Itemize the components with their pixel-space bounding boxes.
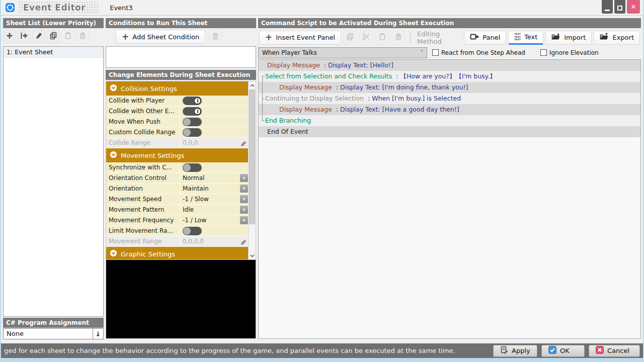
script-line-value: : 【How are you?】【I'm busy.】 bbox=[396, 72, 496, 80]
toggle-switch-off[interactable] bbox=[183, 128, 202, 137]
property-label: Move When Push bbox=[106, 117, 180, 127]
maximize-button[interactable] bbox=[614, 0, 625, 14]
apply-label: Apply bbox=[512, 347, 530, 354]
edit-icon bbox=[35, 32, 43, 42]
add-sheet-condition-button[interactable]: + Add Sheet Condition bbox=[116, 30, 205, 44]
sheet-list: 1: Event Sheet bbox=[3, 46, 104, 317]
import-button[interactable]: Import bbox=[545, 31, 592, 45]
script-line[interactable]: End Of Event bbox=[259, 126, 640, 137]
import-label: Import bbox=[564, 34, 586, 41]
apply-button[interactable]: Apply bbox=[493, 345, 537, 357]
toggle-knob bbox=[194, 97, 201, 105]
paste-button[interactable] bbox=[375, 31, 389, 45]
insert-event-panel-button[interactable]: + Insert Event Panel bbox=[259, 31, 341, 45]
script-line[interactable]: Display Message: Display Text: [I'm doin… bbox=[259, 82, 640, 93]
ignore-elevation-checkbox[interactable]: Ignore Elevation bbox=[540, 49, 599, 56]
script-line-value: : When [I'm busy.] is Selected bbox=[368, 95, 461, 102]
script-line-label: End Of Event bbox=[267, 128, 308, 135]
script-line[interactable]: Display Message: Display Text: [Have a g… bbox=[259, 104, 640, 115]
dropdown-button[interactable]: ▾ bbox=[240, 216, 248, 224]
section-header-movement-settings[interactable]: Movement Settings bbox=[106, 148, 249, 162]
script-line[interactable]: Select from Selection and Check Results:… bbox=[259, 71, 640, 82]
toggle-switch-off[interactable] bbox=[183, 118, 202, 126]
sheet-list-item[interactable]: 1: Event Sheet bbox=[4, 47, 103, 58]
delete-button[interactable] bbox=[391, 31, 406, 45]
toggle-switch-on[interactable] bbox=[183, 107, 202, 116]
delete-condition-button[interactable] bbox=[208, 30, 222, 44]
dropdown-arrow-icon[interactable]: ↓ bbox=[93, 329, 103, 339]
property-row: OrientationMaintain▾ bbox=[106, 184, 249, 194]
property-value: -1 / Low▾ bbox=[180, 215, 249, 225]
section-title: Graphic Settings bbox=[121, 250, 175, 258]
property-value bbox=[180, 96, 249, 106]
chevron-circle-icon bbox=[110, 151, 117, 160]
text-icon: TEXTTEXTTEXT bbox=[514, 33, 521, 41]
status-text: ged for each sheet to change the behavio… bbox=[4, 347, 489, 354]
cancel-button[interactable]: Cancel bbox=[589, 345, 640, 357]
script-line-label: End Branching bbox=[265, 117, 311, 124]
paste-button[interactable] bbox=[61, 30, 74, 43]
property-label: Limit Movement Ra... bbox=[106, 226, 180, 236]
property-row: Collide with Other E... bbox=[106, 106, 249, 117]
toggle-switch-on[interactable] bbox=[183, 97, 202, 105]
dropdown-value: Normal bbox=[183, 174, 204, 182]
dropdown-button[interactable]: ▾ bbox=[240, 195, 248, 203]
cut-button[interactable] bbox=[359, 31, 373, 45]
text-mode-button[interactable]: TEXTTEXTTEXT Text bbox=[508, 31, 543, 45]
dropdown-button[interactable]: ▾ bbox=[240, 185, 248, 193]
property-row: Movement Frequency-1 / Low▾ bbox=[106, 215, 249, 226]
property-row: Collide with Player bbox=[106, 96, 249, 106]
delete-button[interactable] bbox=[76, 30, 89, 43]
close-button[interactable]: ✕ bbox=[627, 0, 640, 14]
scrollbar[interactable] bbox=[248, 81, 256, 259]
ok-label: OK bbox=[560, 347, 570, 354]
delete-icon bbox=[78, 32, 87, 42]
range-value: 0,0,0 bbox=[183, 139, 198, 146]
dropdown-value: -1 / Slow bbox=[183, 196, 209, 203]
panel-mode-label: Panel bbox=[482, 34, 500, 41]
export-button[interactable]: Export bbox=[594, 31, 640, 45]
scroll-down-icon[interactable] bbox=[249, 252, 256, 259]
script-line-label: Display Message bbox=[279, 83, 332, 91]
property-label: Synchronize with C... bbox=[106, 162, 180, 172]
command-script-header: Command Script to be Activated During Sh… bbox=[258, 18, 641, 28]
edit-button[interactable] bbox=[32, 30, 45, 43]
csharp-program-dropdown[interactable]: None ↓ bbox=[3, 328, 104, 339]
insert-button[interactable] bbox=[18, 30, 31, 43]
add-button[interactable] bbox=[3, 30, 16, 43]
editing-method-label: Editing Method bbox=[417, 30, 460, 45]
script-line-label: Display Message bbox=[279, 106, 332, 113]
scrollbar-thumb[interactable] bbox=[249, 89, 255, 224]
script-line[interactable]: End Branching bbox=[259, 115, 640, 126]
script-line-value: : Display Text: [Hello!] bbox=[324, 61, 393, 69]
section-header-graphic-settings[interactable]: Graphic Settings bbox=[106, 247, 249, 259]
toggle-knob bbox=[183, 118, 191, 126]
minimize-button[interactable] bbox=[602, 0, 613, 14]
pencil-icon bbox=[240, 140, 247, 150]
branch-bracket-tick bbox=[262, 99, 264, 99]
toggle-switch-off[interactable] bbox=[183, 227, 202, 235]
condition-list-box[interactable] bbox=[106, 46, 256, 68]
trigger-dropdown[interactable]: When Player Talks ˅ bbox=[258, 47, 427, 58]
dropdown-button[interactable]: ▾ bbox=[240, 174, 248, 182]
property-row: Custom Collide Range bbox=[106, 127, 249, 138]
copy-button[interactable] bbox=[47, 30, 60, 43]
property-row: Movement Range0,0,0,0 bbox=[106, 236, 249, 247]
property-label: Orientation bbox=[106, 184, 180, 194]
graphic-preview[interactable] bbox=[106, 260, 256, 339]
copy-button[interactable] bbox=[343, 31, 357, 45]
scroll-up-icon[interactable] bbox=[249, 81, 256, 89]
panel-mode-button[interactable]: Panel bbox=[464, 31, 506, 45]
delete-icon bbox=[394, 33, 403, 42]
sheet-list-toolbar bbox=[3, 29, 104, 44]
ok-button[interactable]: OK bbox=[541, 345, 585, 357]
section-header-collision-settings[interactable]: Collision Settings bbox=[106, 81, 249, 96]
react-one-step-checkbox[interactable]: React from One Step Ahead bbox=[432, 49, 525, 56]
property-value: 0,0,0,0 bbox=[180, 236, 249, 246]
script-line[interactable]: Continuing to Display Selection: When [I… bbox=[259, 93, 640, 104]
dropdown-button[interactable]: ▾ bbox=[240, 206, 248, 214]
property-value: -1 / Slow▾ bbox=[180, 194, 249, 204]
script-line[interactable]: Display Message: Display Text: [Hello!] bbox=[259, 60, 640, 71]
toggle-switch-off[interactable] bbox=[183, 163, 202, 172]
conditions-toolbar: + Add Sheet Condition bbox=[106, 29, 256, 44]
